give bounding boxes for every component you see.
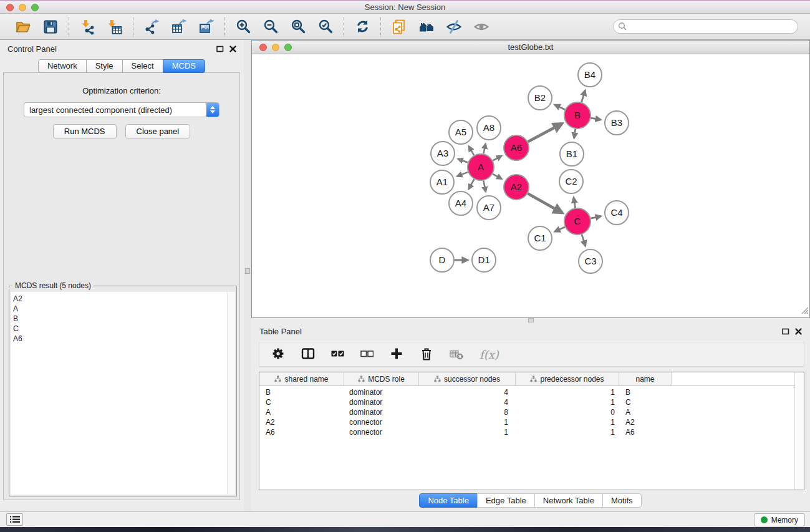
import-table-icon[interactable]	[104, 16, 126, 37]
optimization-criterion-select[interactable]: largest connected component (directed)	[24, 102, 219, 117]
home-icon[interactable]	[415, 16, 438, 37]
table-row[interactable]: Bdominator41B	[259, 387, 794, 397]
title-bar[interactable]: Session: New Session	[0, 0, 810, 14]
graph-edge-A6-B[interactable]	[528, 123, 562, 142]
graph-node-A1[interactable]: A1	[430, 170, 454, 194]
table-row[interactable]: Adominator80A	[259, 407, 794, 417]
graph-node-D[interactable]: D	[430, 248, 454, 272]
hide-graphics-details-icon[interactable]	[443, 16, 465, 37]
graph-node-A2[interactable]: A2	[504, 175, 529, 200]
column-header-shared-name[interactable]: shared name	[259, 372, 344, 385]
graph-edge-A-A2[interactable]	[493, 174, 501, 179]
graph-node-C4[interactable]: C4	[605, 201, 629, 225]
graph-node-B[interactable]: B	[564, 102, 591, 128]
tab-network-table[interactable]: Network Table	[534, 493, 603, 508]
export-network-icon[interactable]	[140, 16, 163, 37]
close-panel-button[interactable]: Close panel	[125, 124, 191, 138]
graph-edge-B-B2[interactable]	[555, 105, 566, 110]
graph-edge-B-B3[interactable]	[591, 118, 601, 120]
float-table-panel-icon[interactable]	[782, 328, 789, 335]
tab-network[interactable]: Network	[38, 59, 87, 73]
zoom-selected-icon[interactable]	[314, 16, 337, 37]
graph-edge-C-C1[interactable]	[555, 227, 565, 231]
network-close-button[interactable]	[259, 44, 267, 51]
mcds-result-item[interactable]: A2	[11, 292, 235, 304]
graph-node-A3[interactable]: A3	[431, 142, 455, 165]
tab-style[interactable]: Style	[86, 59, 123, 73]
search-input[interactable]	[613, 19, 798, 34]
column-header-predecessor-nodes[interactable]: predecessor nodes	[516, 372, 619, 385]
mcds-result-item[interactable]: A6	[11, 334, 235, 344]
close-panel-icon[interactable]	[229, 46, 236, 52]
splitter-handle[interactable]	[528, 318, 534, 322]
run-mcds-button[interactable]: Run MCDS	[53, 124, 117, 138]
memory-button[interactable]: Memory	[754, 513, 805, 526]
column-header-mcds-role[interactable]: MCDS role	[344, 372, 419, 385]
graph-node-C2[interactable]: C2	[559, 170, 583, 193]
tab-edge-table[interactable]: Edge Table	[477, 493, 535, 508]
network-canvas[interactable]: ABCA2A6A1A3A4A5A7A8B1B2B3B4C1C2C3C4DD1	[252, 54, 809, 317]
column-header-successor-nodes[interactable]: successor nodes	[419, 372, 516, 385]
table-row[interactable]: A2connector11A2	[259, 417, 794, 427]
graph-node-C[interactable]: C	[564, 208, 591, 235]
close-window-button[interactable]	[6, 4, 14, 11]
zoom-out-icon[interactable]	[259, 16, 282, 37]
resize-grip-icon[interactable]	[800, 306, 809, 316]
delete-column-trash-icon[interactable]	[420, 347, 433, 362]
network-from-document-icon[interactable]	[388, 16, 410, 37]
zoom-fit-icon[interactable]	[287, 16, 309, 37]
column-header-name[interactable]: name	[619, 372, 672, 385]
graph-edge-A-A5[interactable]	[469, 147, 474, 155]
graph-edge-A-A8[interactable]	[483, 144, 485, 154]
graph-node-A5[interactable]: A5	[449, 120, 473, 144]
vertical-splitter[interactable]	[244, 40, 251, 511]
mcds-result-item[interactable]: A	[11, 304, 235, 314]
open-session-icon[interactable]	[12, 16, 34, 37]
graph-node-C1[interactable]: C1	[528, 226, 552, 250]
minimize-window-button[interactable]	[19, 4, 26, 11]
graph-node-B4[interactable]: B4	[578, 63, 602, 87]
table-scrollbar[interactable]	[794, 372, 804, 490]
mcds-result-scrollbar[interactable]	[227, 292, 235, 495]
network-window-titlebar[interactable]: testGlobe.txt	[252, 41, 809, 54]
graph-edge-A-A6[interactable]	[493, 156, 501, 161]
graph-node-B1[interactable]: B1	[560, 142, 584, 166]
export-table-icon[interactable]	[168, 16, 190, 37]
save-session-icon[interactable]	[39, 16, 62, 37]
graph-edge-B-B1[interactable]	[574, 129, 576, 138]
export-image-icon[interactable]	[195, 16, 218, 37]
maximize-window-button[interactable]	[31, 4, 39, 11]
graph-edge-B-B4[interactable]	[582, 90, 586, 102]
tab-motifs[interactable]: Motifs	[602, 493, 642, 508]
graph-edge-C-C2[interactable]	[574, 198, 576, 208]
graph-edge-A-A4[interactable]	[469, 179, 475, 189]
table-row[interactable]: Cdominator41C	[259, 397, 794, 407]
show-column-panel-icon[interactable]	[301, 347, 315, 362]
graph-edge-C-C4[interactable]	[591, 216, 601, 219]
refresh-layout-icon[interactable]	[351, 16, 374, 37]
show-graphics-details-icon[interactable]	[470, 16, 493, 37]
close-table-panel-icon[interactable]	[795, 328, 802, 335]
mcds-result-item[interactable]: B	[11, 314, 235, 324]
graph-edge-A-A1[interactable]	[457, 172, 468, 177]
create-column-plus-icon[interactable]	[390, 347, 403, 362]
mcds-result-item[interactable]: C	[11, 324, 235, 334]
network-minimize-button[interactable]	[272, 44, 279, 51]
graph-node-A[interactable]: A	[468, 154, 494, 180]
select-all-columns-icon[interactable]	[331, 349, 344, 360]
float-panel-icon[interactable]	[216, 46, 224, 52]
import-network-icon[interactable]	[76, 16, 99, 37]
table-row[interactable]: A6connector11A6	[259, 427, 794, 437]
graph-edge-A2-C[interactable]	[528, 193, 562, 213]
task-history-button[interactable]	[6, 513, 23, 526]
table-settings-gear-icon[interactable]	[271, 347, 285, 362]
splitter-handle[interactable]	[245, 268, 250, 274]
graph-edge-A-A3[interactable]	[458, 159, 468, 163]
deselect-all-columns-icon[interactable]	[360, 349, 374, 360]
graph-node-A6[interactable]: A6	[504, 135, 529, 160]
graph-node-C3[interactable]: C3	[579, 249, 602, 273]
zoom-in-icon[interactable]	[232, 16, 254, 37]
tab-node-table[interactable]: Node Table	[419, 493, 478, 508]
graph-edge-A-A7[interactable]	[483, 181, 486, 192]
graph-node-A4[interactable]: A4	[449, 191, 473, 215]
